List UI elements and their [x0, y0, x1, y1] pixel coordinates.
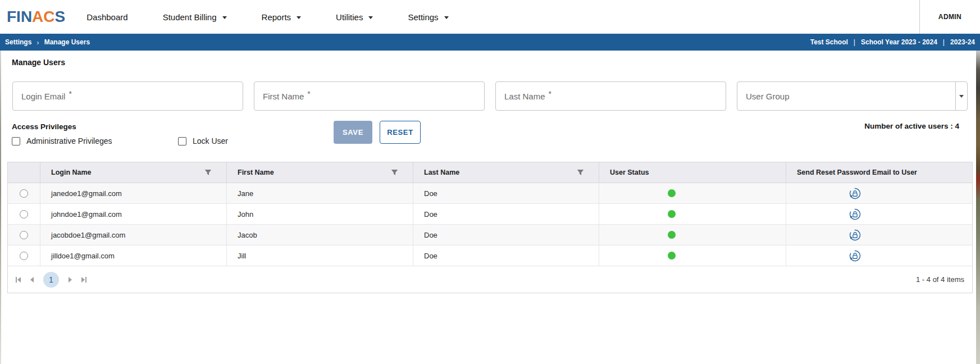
login-email-input[interactable]: Login Email * — [12, 81, 243, 111]
nav-dashboard-label: Dashboard — [86, 12, 127, 22]
user-status-cell — [599, 245, 786, 266]
access-privileges-heading: Access Privileges — [12, 122, 76, 131]
breadcrumb-bar: Settings › Manage Users Test School | Sc… — [0, 34, 980, 51]
send-reset-password-icon[interactable] — [849, 187, 862, 200]
school-context: Test School | School Year 2023 - 2024 | … — [810, 38, 975, 46]
filter-icon[interactable] — [204, 169, 212, 176]
breadcrumb-settings[interactable]: Settings — [5, 38, 31, 46]
nav-settings[interactable]: Settings — [408, 12, 448, 22]
manage-users-page: FINACS Dashboard Student Billing Reports… — [0, 0, 980, 364]
required-asterisk: * — [69, 89, 71, 98]
column-header-last-name: Last Name — [413, 162, 599, 183]
last-name-cell: Doe — [413, 225, 599, 245]
administrative-privileges-label: Administrative Privileges — [26, 136, 112, 145]
lock-user-checkbox[interactable] — [178, 137, 186, 145]
row-select-radio[interactable] — [20, 252, 28, 260]
last-name-cell: Doe — [413, 245, 599, 266]
users-table: Login Name First Name Last Name User Sta… — [7, 162, 973, 293]
send-reset-cell — [786, 204, 972, 224]
row-select-radio[interactable] — [20, 231, 28, 239]
user-group-label: User Group — [746, 92, 790, 101]
finacs-logo[interactable]: FINACS — [7, 8, 65, 26]
first-name-input[interactable]: First Name * — [254, 81, 485, 111]
select-column-header — [8, 162, 40, 183]
table-row: jacobdoe1@gmail.com Jacob Doe — [8, 225, 972, 245]
filter-icon[interactable] — [577, 169, 584, 176]
select-cell — [8, 183, 40, 203]
user-status-header-label: User Status — [610, 169, 649, 176]
login-name-cell: johndoe1@gmail.com — [40, 204, 227, 224]
user-status-cell — [599, 183, 786, 203]
pipe-separator: | — [943, 38, 945, 46]
required-asterisk: * — [307, 89, 310, 98]
nav-dashboard[interactable]: Dashboard — [86, 12, 127, 22]
chevron-down-icon — [368, 16, 373, 19]
nav-utilities[interactable]: Utilities — [336, 12, 373, 22]
active-users-count: Number of active users : 4 — [864, 122, 959, 130]
required-asterisk: * — [549, 89, 551, 98]
table-body: janedoe1@gmail.com Jane Doe johndoe1@gma… — [8, 183, 972, 266]
last-name-cell: Doe — [413, 204, 599, 224]
row-select-radio[interactable] — [20, 210, 28, 219]
login-name-cell: jilldoe1@gmail.com — [40, 245, 227, 266]
logo-text-ac: AC — [32, 8, 54, 25]
pipe-separator: | — [854, 38, 855, 46]
right-edge-background-strip — [976, 51, 980, 364]
status-active-dot — [668, 231, 676, 239]
first-name-cell: Jacob — [227, 225, 413, 245]
filter-icon[interactable] — [391, 169, 398, 176]
user-status-cell — [599, 225, 786, 245]
nav-reports-label: Reports — [262, 12, 291, 22]
last-page-button[interactable] — [81, 277, 86, 283]
column-header-user-status: User Status — [599, 162, 786, 183]
user-group-select[interactable]: User Group — [737, 81, 968, 111]
login-name-cell: jacobdoe1@gmail.com — [40, 225, 227, 245]
school-name: Test School — [810, 38, 848, 46]
status-active-dot — [668, 189, 676, 197]
administrative-privileges-checkbox[interactable] — [12, 137, 20, 145]
school-year: School Year 2023 - 2024 — [861, 38, 937, 46]
nav-student-billing[interactable]: Student Billing — [163, 12, 227, 22]
user-group-dropdown-toggle[interactable] — [955, 82, 967, 110]
save-button[interactable]: SAVE — [334, 121, 372, 144]
send-reset-password-icon[interactable] — [849, 229, 862, 242]
send-reset-password-icon[interactable] — [849, 249, 862, 262]
first-name-cell: John — [227, 204, 413, 224]
nav-utilities-label: Utilities — [336, 12, 363, 22]
nav-reports[interactable]: Reports — [262, 12, 302, 22]
prev-page-button[interactable] — [30, 277, 34, 283]
first-page-button[interactable] — [16, 277, 21, 283]
select-cell — [8, 204, 40, 224]
user-menu-admin[interactable]: ADMIN — [919, 0, 980, 34]
last-page-icon — [85, 277, 86, 283]
left-edge-background-strip — [0, 51, 1, 364]
main-nav: Dashboard Student Billing Reports Utilit… — [86, 12, 448, 22]
triangle-left-icon — [17, 277, 21, 283]
page-1-button[interactable]: 1 — [43, 272, 59, 288]
login-name-cell: janedoe1@gmail.com — [40, 183, 227, 203]
status-active-dot — [668, 252, 676, 260]
top-navigation-bar: FINACS Dashboard Student Billing Reports… — [0, 0, 980, 34]
user-status-cell — [599, 204, 786, 224]
send-reset-password-icon[interactable] — [849, 208, 862, 221]
select-cell — [8, 245, 40, 266]
row-select-radio[interactable] — [20, 189, 28, 198]
next-page-button[interactable] — [69, 277, 72, 283]
chevron-down-icon — [222, 16, 227, 19]
chevron-down-icon — [959, 95, 964, 98]
nav-settings-label: Settings — [408, 12, 438, 22]
reset-button[interactable]: RESET — [380, 121, 421, 144]
chevron-down-icon — [297, 16, 301, 19]
send-reset-cell — [786, 225, 972, 245]
first-name-cell: Jane — [227, 183, 413, 203]
last-name-input[interactable]: Last Name * — [495, 81, 726, 111]
send-reset-cell — [786, 245, 972, 266]
administrative-privileges-option: Administrative Privileges — [12, 136, 112, 145]
last-name-cell: Doe — [413, 183, 599, 203]
table-row: jilldoe1@gmail.com Jill Doe — [8, 245, 972, 266]
column-header-first-name: First Name — [227, 162, 413, 183]
first-name-cell: Jill — [227, 245, 413, 266]
logo-text-fin: FIN — [7, 8, 32, 25]
last-name-header-label: Last Name — [424, 169, 459, 176]
column-header-send-reset-password: Send Reset Password Email to User — [786, 162, 972, 183]
